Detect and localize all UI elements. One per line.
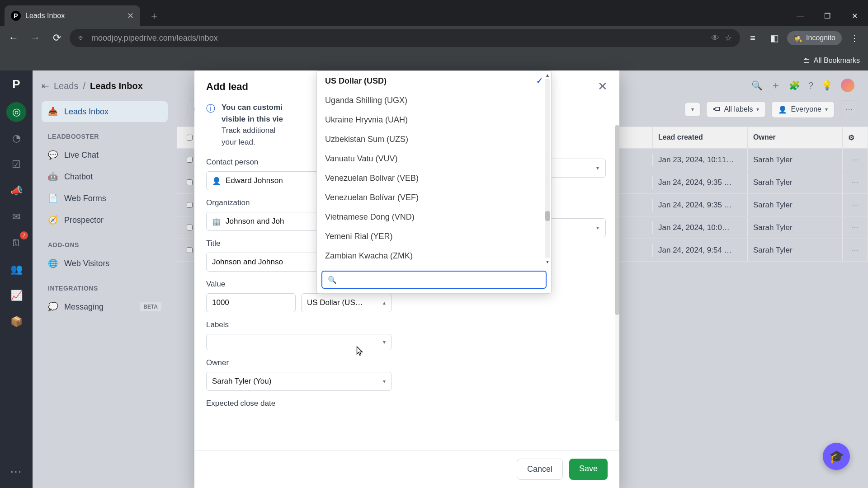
back-button[interactable]: ← <box>5 29 23 47</box>
row-menu-button[interactable]: ⋯ <box>843 239 868 261</box>
dropdown-option[interactable]: Venezuelan Bolivar (VEB) <box>317 169 551 188</box>
tab-title: Leads Inbox <box>25 12 65 20</box>
cell-owner: Sarah Tyler <box>748 239 843 261</box>
currency-dropdown: US Dollar (USD)✓Uganda Shilling (UGX)Ukr… <box>316 70 552 294</box>
address-bar[interactable]: ᯤ moodjoy.pipedrive.com/leads/inbox 👁 ☆ <box>70 29 740 47</box>
owner-filter[interactable]: 👤Everyone▾ <box>771 101 835 118</box>
reload-button[interactable]: ⟳ <box>48 29 66 47</box>
option-label: Uganda Shilling (UGX) <box>325 96 407 105</box>
scrollbar-thumb[interactable] <box>545 211 550 221</box>
new-tab-button[interactable]: ＋ <box>146 6 162 25</box>
search-icon[interactable]: 🔍 <box>751 80 763 91</box>
cell-created: Jan 24, 2024, 9:35 … <box>653 172 748 193</box>
dropdown-option[interactable]: Ukraine Hryvnia (UAH) <box>317 110 551 130</box>
extensions-icon[interactable]: ≡ <box>744 29 762 47</box>
sidebar-item-web-forms[interactable]: 📄Web Forms <box>42 188 168 209</box>
dropdown-search-field[interactable] <box>341 275 540 284</box>
browser-menu-icon[interactable]: ⋮ <box>845 29 863 47</box>
dropdown-list[interactable]: US Dollar (USD)✓Uganda Shilling (UGX)Ukr… <box>317 71 551 266</box>
dropdown-option[interactable]: Zambian Kwacha (ZMK) <box>317 246 551 266</box>
modal-close-button[interactable]: ✕ <box>598 80 608 94</box>
row-menu-button[interactable]: ⋯ <box>843 216 868 239</box>
dropdown-option[interactable]: US Dollar (USD)✓ <box>317 71 551 91</box>
minimize-button[interactable]: — <box>787 5 814 26</box>
sidebar-item-leads-inbox[interactable]: 📥 Leads Inbox <box>42 101 168 122</box>
dropdown-option[interactable]: Vietnamese Dong (VND) <box>317 207 551 227</box>
rail-projects-icon[interactable]: ☑ <box>6 155 26 174</box>
rail-contacts-icon[interactable]: 👥 <box>6 259 26 279</box>
row-menu-button[interactable]: ⋯ <box>843 149 868 171</box>
dropdown-option[interactable]: Venezuelan Bolívar (VEF) <box>317 188 551 207</box>
left-rail: P ◎ ◔ ☑ 📣 ✉ 🗓7 👥 📈 📦 ⋯ <box>0 70 33 488</box>
dropdown-search-input[interactable]: 🔍 <box>321 271 547 289</box>
value-currency-select[interactable]: US Dollar (US…▴ <box>301 293 392 312</box>
dropdown-option[interactable]: Vanuatu Vatu (VUV) <box>317 149 551 169</box>
option-label: US Dollar (USD) <box>325 76 387 86</box>
browser-tab[interactable]: P Leads Inbox ✕ <box>5 5 140 26</box>
maximize-button[interactable]: ❐ <box>814 5 841 26</box>
rail-mail-icon[interactable]: ✉ <box>6 207 26 227</box>
dropdown-scrollbar[interactable]: ▴ ▾ <box>544 71 551 266</box>
row-menu-button[interactable]: ⋯ <box>843 171 868 193</box>
rail-leads-icon[interactable]: ◎ <box>6 102 26 122</box>
rail-products-icon[interactable]: 📦 <box>6 312 26 332</box>
help-icon[interactable]: ? <box>808 80 813 91</box>
breadcrumb: ⇤ Leads / Leads Inbox <box>42 80 168 91</box>
save-button[interactable]: Save <box>569 459 608 480</box>
building-icon: 🏢 <box>212 217 221 226</box>
labels-filter[interactable]: 🏷All labels▾ <box>706 101 766 117</box>
labels-label: Labels <box>206 320 392 329</box>
sidebar-item-messaging[interactable]: 💭MessagingBETA <box>42 296 168 317</box>
option-label: Zambian Kwacha (ZMK) <box>325 251 413 261</box>
rail-deals-icon[interactable]: ◔ <box>6 128 26 148</box>
dropdown-option[interactable]: Uganda Shilling (UGX) <box>317 91 551 110</box>
logo-icon[interactable]: P <box>6 74 26 94</box>
eye-off-icon[interactable]: 👁 <box>711 33 719 43</box>
plus-icon[interactable]: ＋ <box>771 79 781 92</box>
column-lead-created[interactable]: Lead created <box>653 127 748 148</box>
scroll-up-icon[interactable]: ▴ <box>546 71 549 79</box>
help-fab-button[interactable]: 🎓 <box>823 443 850 470</box>
rail-activities-icon[interactable]: 🗓7 <box>6 233 26 253</box>
close-tab-icon[interactable]: ✕ <box>127 11 134 21</box>
all-bookmarks[interactable]: All Bookmarks <box>814 56 860 65</box>
site-info-icon[interactable]: ᯤ <box>78 33 86 43</box>
rail-badge: 7 <box>20 231 28 239</box>
close-window-button[interactable]: ✕ <box>841 5 868 26</box>
more-button[interactable]: ⋯ <box>840 100 858 118</box>
modal-scrollbar[interactable] <box>615 125 619 421</box>
cancel-button[interactable]: Cancel <box>517 459 563 480</box>
star-icon[interactable]: ☆ <box>725 33 732 43</box>
owner-select[interactable]: Sarah Tyler (You)▾ <box>206 372 392 391</box>
sidebar-header-addons: ADD-ONS <box>48 241 168 249</box>
labels-select[interactable]: ▾ <box>206 334 392 350</box>
scroll-down-icon[interactable]: ▾ <box>546 258 549 266</box>
dropdown-option[interactable]: Uzbekistan Sum (UZS) <box>317 130 551 149</box>
value-amount-input[interactable]: 1000 <box>206 293 296 312</box>
rail-insights-icon[interactable]: 📈 <box>6 286 26 305</box>
incognito-chip[interactable]: 🕵 Incognito <box>787 31 842 45</box>
puzzle-icon[interactable]: 🧩 <box>789 80 800 91</box>
expected-close-label: Expected close date <box>206 399 392 408</box>
collapse-icon[interactable]: ⇤ <box>42 80 49 91</box>
column-settings-icon[interactable]: ⚙ <box>843 127 868 148</box>
row-menu-button[interactable]: ⋯ <box>843 194 868 216</box>
sidebar-item-live-chat[interactable]: 💬Live Chat <box>42 145 168 165</box>
sidebar-item-prospector[interactable]: 🧭Prospector <box>42 210 168 230</box>
browser-toolbar: ← → ⟳ ᯤ moodjoy.pipedrive.com/leads/inbo… <box>0 26 868 50</box>
rail-more-icon[interactable]: ⋯ <box>10 465 23 479</box>
rail-campaigns-icon[interactable]: 📣 <box>6 181 26 201</box>
sidebar-item-web-visitors[interactable]: 🌐Web Visitors <box>42 253 168 274</box>
forward-button: → <box>26 29 44 47</box>
avatar[interactable] <box>841 79 854 92</box>
side-panel-icon[interactable]: ◧ <box>765 29 783 47</box>
incognito-label: Incognito <box>806 34 835 42</box>
source-filter[interactable]: ▾ <box>684 102 701 117</box>
scrollbar-thumb[interactable] <box>615 125 619 315</box>
labels-filter-label: All labels <box>724 105 753 113</box>
column-owner[interactable]: Owner <box>748 127 843 148</box>
bulb-icon[interactable]: 💡 <box>821 80 833 91</box>
breadcrumb-parent[interactable]: Leads <box>54 81 79 91</box>
dropdown-option[interactable]: Yemeni Rial (YER) <box>317 227 551 246</box>
sidebar-item-chatbot[interactable]: 🤖Chatbot <box>42 166 168 187</box>
